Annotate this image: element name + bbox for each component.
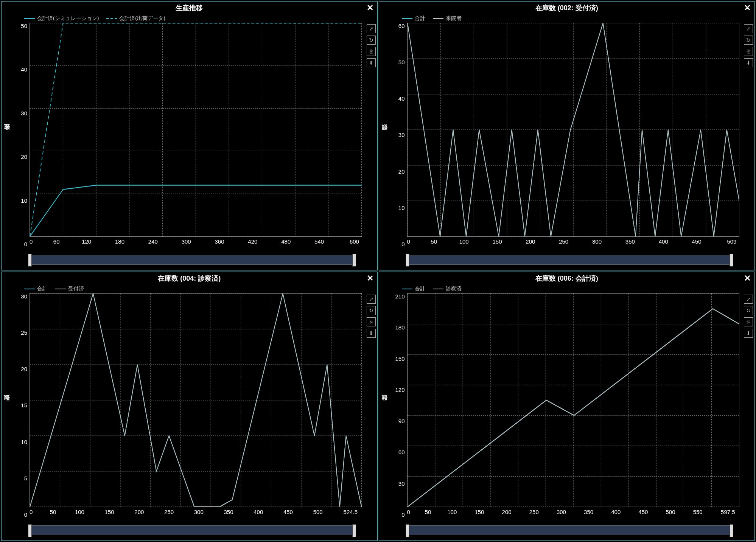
copy-icon[interactable]: ⎘ — [744, 47, 753, 56]
y-tick: 10 — [12, 439, 27, 445]
chart-panel-1: 在庫数 (002: 受付済)✕合計来院者個数605040302010005010… — [379, 1, 755, 270]
download-icon[interactable]: ⬇ — [367, 329, 376, 338]
legend-label: 会計済(出荷データ) — [119, 15, 165, 22]
expand-icon[interactable]: ⤢ — [744, 295, 753, 304]
x-tick: 0 — [30, 509, 33, 518]
x-tick: 450 — [638, 509, 648, 518]
refresh-icon[interactable]: ↻ — [744, 306, 753, 315]
refresh-icon[interactable]: ↻ — [367, 36, 376, 45]
copy-icon[interactable]: ⎘ — [744, 317, 753, 326]
download-icon[interactable]: ⬇ — [744, 58, 753, 67]
legend-swatch — [106, 18, 117, 19]
slider-handle-right[interactable] — [352, 524, 356, 537]
copy-icon[interactable]: ⎘ — [367, 47, 376, 56]
refresh-icon[interactable]: ↻ — [367, 306, 376, 315]
slider-handle-left[interactable] — [28, 524, 32, 537]
download-icon[interactable]: ⬇ — [744, 329, 753, 338]
legend-label: 合計 — [37, 286, 48, 292]
y-tick: 25 — [12, 329, 27, 336]
legend-swatch — [433, 289, 443, 289]
legend: 合計受付済 — [2, 285, 377, 293]
chart-toolbar: ⤢↻⎘⬇ — [744, 24, 753, 67]
x-tick: 350 — [584, 509, 593, 518]
legend-swatch — [24, 18, 35, 19]
legend-item[interactable]: 診察済 — [433, 286, 462, 292]
y-tick: 0 — [390, 241, 405, 247]
x-tick: 60 — [53, 238, 60, 247]
y-tick: 90 — [390, 418, 405, 424]
y-tick: 10 — [12, 197, 27, 204]
x-tick: 540 — [314, 238, 324, 247]
legend-swatch — [433, 18, 443, 19]
slider-handle-left[interactable] — [406, 254, 409, 267]
x-tick: 400 — [659, 238, 668, 247]
range-slider[interactable] — [30, 525, 355, 535]
y-tick: 30 — [12, 110, 27, 116]
y-tick: 50 — [390, 59, 405, 65]
close-icon[interactable]: ✕ — [744, 274, 751, 283]
y-axis-ticks: 6050403020100 — [388, 23, 407, 247]
y-tick: 40 — [390, 95, 405, 102]
x-axis-ticks: 050100150200250300350400450500524.5 — [30, 507, 362, 518]
close-icon[interactable]: ✕ — [744, 4, 751, 12]
legend-item[interactable]: 合計 — [24, 286, 48, 292]
chart-toolbar: ⤢↻⎘⬇ — [367, 295, 376, 338]
x-tick: 50 — [50, 509, 56, 518]
legend-item[interactable]: 合計 — [402, 15, 425, 22]
expand-icon[interactable]: ⤢ — [367, 295, 376, 304]
x-tick: 50 — [431, 238, 437, 247]
x-axis-ticks: 050100150200250300350400450509 — [407, 237, 740, 247]
plot-area[interactable] — [30, 23, 362, 237]
x-tick: 100 — [459, 238, 469, 247]
expand-icon[interactable]: ⤢ — [367, 24, 376, 33]
x-tick: 200 — [134, 509, 144, 518]
slider-handle-right[interactable] — [730, 524, 733, 537]
x-tick: 250 — [529, 509, 539, 518]
y-axis-label: 個数 — [379, 23, 388, 247]
slider-handle-left[interactable] — [406, 524, 409, 537]
x-tick: 200 — [502, 509, 512, 518]
slider-handle-right[interactable] — [352, 254, 356, 267]
x-tick: 0 — [407, 238, 410, 247]
x-tick: 300 — [592, 238, 602, 247]
x-tick: 480 — [281, 238, 291, 247]
plot-area[interactable] — [407, 293, 740, 507]
x-tick: 509 — [727, 238, 736, 247]
legend-item[interactable]: 来院者 — [433, 15, 462, 22]
x-tick: 150 — [492, 238, 502, 247]
y-tick: 20 — [12, 366, 27, 372]
panel-title: 在庫数 (006: 会計済) — [535, 274, 598, 283]
expand-icon[interactable]: ⤢ — [744, 24, 753, 33]
y-tick: 0 — [390, 511, 405, 518]
close-icon[interactable]: ✕ — [367, 4, 373, 12]
series-line — [408, 309, 739, 507]
legend-item[interactable]: 合計 — [402, 286, 425, 292]
series-line — [30, 23, 362, 236]
y-tick: 180 — [390, 324, 405, 331]
legend-item[interactable]: 受付済 — [55, 286, 84, 292]
download-icon[interactable]: ⬇ — [367, 58, 376, 67]
x-tick: 100 — [75, 509, 84, 518]
y-tick: 30 — [390, 480, 405, 487]
legend-item[interactable]: 会計済(シミュレーション) — [24, 15, 99, 22]
y-tick: 150 — [390, 356, 405, 362]
range-slider[interactable] — [407, 255, 732, 265]
y-tick: 20 — [12, 154, 27, 160]
plot-area[interactable] — [30, 293, 362, 507]
plot-area[interactable] — [407, 23, 740, 237]
refresh-icon[interactable]: ↻ — [744, 36, 753, 45]
chart-panel-2: 在庫数 (004: 診察済)✕合計受付済個数302520151050050100… — [1, 272, 378, 541]
range-slider[interactable] — [30, 255, 355, 265]
copy-icon[interactable]: ⎘ — [367, 317, 376, 326]
slider-handle-left[interactable] — [28, 254, 32, 267]
range-slider[interactable] — [407, 525, 732, 535]
legend-item[interactable]: 会計済(出荷データ) — [106, 15, 165, 22]
close-icon[interactable]: ✕ — [367, 274, 373, 283]
y-tick: 0 — [12, 241, 27, 247]
x-tick: 597.5 — [721, 509, 735, 518]
x-axis-ticks: 050100150200250300350400450500550597.5 — [407, 507, 740, 518]
x-tick: 600 — [350, 238, 359, 247]
legend: 合計来院者 — [379, 14, 755, 23]
y-tick: 120 — [390, 387, 405, 393]
slider-handle-right[interactable] — [730, 254, 733, 267]
